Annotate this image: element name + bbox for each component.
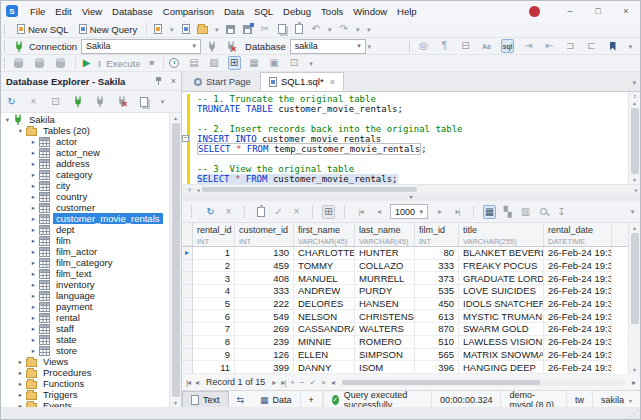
results-grid[interactable]: rental_id▲INTcustomer_idINTfirst_nameVAR… bbox=[182, 223, 640, 374]
toolbar-overflow-icon[interactable]: ▾ bbox=[159, 95, 166, 109]
format-sql-icon[interactable]: sql bbox=[501, 39, 514, 53]
cell-film_id[interactable]: 613 bbox=[415, 310, 459, 323]
tree-item-category[interactable]: ▸category bbox=[1, 169, 169, 180]
grid-view-icon[interactable]: ▦ bbox=[483, 205, 496, 219]
column-header-rental_date[interactable]: rental_dateDATETIME bbox=[544, 223, 612, 246]
cell-rental_id[interactable]: 11 bbox=[193, 361, 235, 374]
minimize-button[interactable]: – bbox=[556, 6, 584, 16]
new-window-icon[interactable]: ⊡ bbox=[288, 56, 301, 70]
cell-title[interactable]: LOVE SUICIDES bbox=[459, 285, 544, 298]
execute-script-icon[interactable]: ▶ bbox=[80, 56, 93, 70]
cell-film_id[interactable]: 450 bbox=[415, 298, 459, 311]
menu-edit[interactable]: Edit bbox=[50, 3, 76, 20]
fold-marker-icon[interactable]: − bbox=[182, 135, 189, 142]
tree-item-customer[interactable]: ▸customer bbox=[1, 202, 169, 213]
table-row[interactable]: 9126ELLENSIMPSON565MATRIX SNOWMAN26-Feb-… bbox=[182, 349, 640, 362]
cell-film_id[interactable]: 870 bbox=[415, 323, 459, 336]
cell-title[interactable]: MYSTIC TRUMAN bbox=[459, 310, 544, 323]
cell-rental_id[interactable]: 4 bbox=[193, 285, 235, 298]
column-header-customer_id[interactable]: customer_idINT bbox=[235, 223, 294, 246]
table-row[interactable]: 2459TOMMYCOLLAZO333FREAKY POCUS26-Feb-24… bbox=[182, 260, 640, 273]
disconnect-icon[interactable] bbox=[224, 39, 237, 53]
record-first-icon[interactable]: |◂ bbox=[186, 378, 190, 387]
refresh-icon[interactable]: ↻ bbox=[204, 205, 217, 219]
cell-rental_id[interactable]: 6 bbox=[193, 310, 235, 323]
cell-first_name[interactable]: MINNIE bbox=[294, 336, 355, 349]
cell-customer_id[interactable]: 408 bbox=[235, 272, 294, 285]
close-button[interactable]: × bbox=[612, 6, 640, 16]
tree-scrollbar[interactable]: ▴ ▾ bbox=[169, 113, 181, 407]
highlight-occurrences-icon[interactable]: ◎ bbox=[417, 39, 430, 53]
cell-film_id[interactable]: 510 bbox=[415, 336, 459, 349]
grid-scrollbar[interactable]: ▴ ▾ bbox=[628, 223, 640, 374]
grid-hscrollbar[interactable] bbox=[342, 379, 625, 386]
close-panel-icon[interactable]: × bbox=[171, 76, 176, 86]
code-folding-icon[interactable]: ⊟ bbox=[459, 39, 472, 53]
expand-icon[interactable]: ▸ bbox=[29, 314, 38, 322]
menu-tools[interactable]: Tools bbox=[316, 3, 348, 20]
cell-last_name[interactable]: COLLAZO bbox=[355, 260, 415, 273]
export-grid-icon[interactable]: ↧ bbox=[555, 205, 568, 219]
menu-help[interactable]: Help bbox=[392, 3, 422, 20]
editor-line[interactable]: -- 1. Truncate the original table bbox=[182, 94, 627, 104]
new-sql-window-icon[interactable] bbox=[151, 22, 164, 36]
expand-icon[interactable]: ▾ bbox=[16, 127, 25, 135]
database-drop-icon[interactable] bbox=[54, 56, 67, 70]
cell-customer_id[interactable]: 333 bbox=[235, 285, 294, 298]
column-header-title[interactable]: titleVARCHAR(255) bbox=[459, 223, 544, 246]
execute-button[interactable]: ! Execute bbox=[93, 57, 146, 70]
menu-comparison[interactable]: Comparison bbox=[158, 3, 219, 20]
expand-icon[interactable]: ▸ bbox=[29, 171, 38, 179]
scroll-up-icon[interactable]: ▴ bbox=[633, 99, 636, 106]
row-indicator[interactable] bbox=[182, 323, 193, 336]
row-indicator[interactable] bbox=[182, 361, 193, 374]
combo-overflow-icon[interactable]: ▾ bbox=[366, 39, 373, 53]
cancel-icon[interactable]: × bbox=[222, 205, 235, 219]
scrollbar-thumb[interactable] bbox=[631, 233, 639, 324]
dropdown-icon[interactable]: ▾ bbox=[326, 22, 333, 36]
table-row[interactable]: ▸1130CHARLOTTEHUNTER80BLANKET BEVERLY26-… bbox=[182, 247, 640, 260]
menu-file[interactable]: File bbox=[25, 3, 50, 20]
cell-rental_id[interactable]: 1 bbox=[193, 247, 235, 260]
database-alter-icon[interactable] bbox=[33, 56, 46, 70]
paging-icon[interactable]: ⊞ bbox=[322, 205, 335, 219]
scroll-up-icon[interactable]: ▴ bbox=[633, 224, 636, 231]
outdent-icon[interactable]: ⇤ bbox=[543, 39, 556, 53]
page-last-icon[interactable]: ▸| bbox=[451, 205, 464, 219]
page-first-icon[interactable]: |◂ bbox=[354, 205, 367, 219]
cell-rental_date[interactable]: 26-Feb-24 19:38:00 bbox=[544, 285, 612, 298]
expand-icon[interactable]: ▸ bbox=[29, 215, 38, 223]
cell-first_name[interactable]: ELLEN bbox=[294, 349, 355, 362]
cell-last_name[interactable]: HUNTER bbox=[355, 247, 415, 260]
dropdown-icon[interactable]: ▾ bbox=[168, 22, 175, 36]
cell-customer_id[interactable]: 549 bbox=[235, 310, 294, 323]
cell-customer_id[interactable]: 126 bbox=[235, 349, 294, 362]
editor-line[interactable]: SELECT * FROM customer_movie_rentals; bbox=[182, 174, 627, 184]
table-row[interactable]: 4333ANDREWPURDY535LOVE SUICIDES26-Feb-24… bbox=[182, 285, 640, 298]
expand-icon[interactable]: ▸ bbox=[29, 347, 38, 355]
cell-title[interactable]: GRADUATE LORD bbox=[459, 272, 544, 285]
cell-rental_id[interactable]: 9 bbox=[193, 349, 235, 362]
cell-rental_date[interactable]: 26-Feb-24 19:38:00 bbox=[544, 361, 612, 374]
tree-item-events[interactable]: ▸Events bbox=[1, 400, 169, 407]
fetch-changes-icon[interactable] bbox=[254, 205, 267, 219]
cell-title[interactable]: LAWLESS VISION bbox=[459, 336, 544, 349]
cell-title[interactable]: SWARM GOLD bbox=[459, 323, 544, 336]
new-connection-icon[interactable] bbox=[71, 95, 84, 109]
tree-item-address[interactable]: ▸address bbox=[1, 158, 169, 169]
record-prev-icon[interactable]: ◂ bbox=[195, 378, 199, 387]
cell-film_id[interactable]: 80 bbox=[415, 247, 459, 260]
dropdown-icon[interactable]: ▾ bbox=[213, 22, 220, 36]
scrollbar-thumb[interactable] bbox=[172, 123, 180, 397]
cell-rental_id[interactable]: 7 bbox=[193, 323, 235, 336]
editor-hscrollbar[interactable]: ⊣⊢ ◂ ▸ bbox=[182, 184, 640, 193]
expand-icon[interactable]: ▸ bbox=[29, 248, 38, 256]
expand-icon[interactable]: ▸ bbox=[29, 281, 38, 289]
scroll-down-icon[interactable]: ▾ bbox=[174, 399, 177, 406]
cell-rental_date[interactable]: 26-Feb-24 19:38:00 bbox=[544, 349, 612, 362]
cell-rental_date[interactable]: 26-Feb-24 19:38:00 bbox=[544, 260, 612, 273]
redo-icon[interactable]: ↷ bbox=[337, 22, 350, 36]
row-indicator[interactable] bbox=[182, 260, 193, 273]
document-tab-start-page[interactable]: Start Page bbox=[185, 72, 260, 91]
change-case-icon[interactable]: Aa bbox=[480, 39, 493, 53]
